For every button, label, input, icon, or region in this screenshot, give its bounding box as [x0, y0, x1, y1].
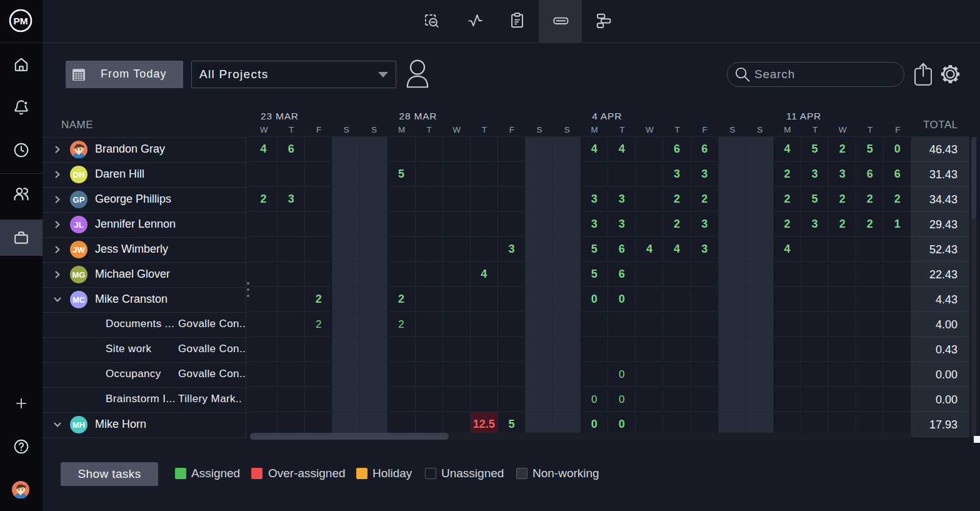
svg-text:PM: PM: [13, 16, 28, 26]
